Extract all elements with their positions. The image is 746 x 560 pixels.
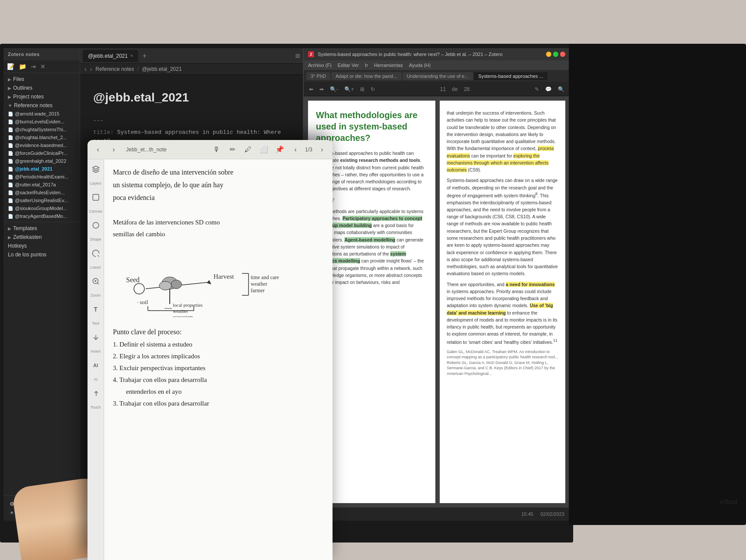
tablet-insert-icon[interactable] bbox=[90, 332, 102, 343]
sidebar-item-templates[interactable]: ▶ Templates bbox=[4, 224, 80, 233]
breadcrumb-sep: / bbox=[137, 66, 139, 72]
second-monitor: nTrust bbox=[569, 44, 746, 525]
menu-ir[interactable]: Ir bbox=[365, 63, 368, 68]
sidebar-item-sacket[interactable]: 📄 @sacketRulesEviden... bbox=[4, 189, 80, 196]
tab-close-button[interactable]: × bbox=[130, 53, 133, 58]
sidebar-item-greenhalgh[interactable]: 📄 @greenhalgh.etal_2022 bbox=[4, 157, 80, 165]
tablet-prev-page[interactable]: ‹ bbox=[289, 144, 301, 156]
close-button[interactable] bbox=[560, 52, 565, 57]
pdf-tab-adapt[interactable]: Adapt or die: how the pand... bbox=[331, 72, 402, 80]
pdf-date: 02/02/2023 bbox=[540, 511, 564, 517]
sidebar-item-zettlekasten[interactable]: ▶ Zettlekasten bbox=[4, 233, 80, 242]
tablet-zoom-icon[interactable] bbox=[90, 276, 102, 287]
sidebar-item-project-notes[interactable]: ▶ Project notes bbox=[4, 92, 80, 101]
split-view-icon[interactable]: ⊞ bbox=[295, 52, 300, 59]
sidebar-item-periodic[interactable]: 📄 @PeriodicHealthExami... bbox=[4, 173, 80, 181]
sidebar-item-outlines[interactable]: ▶ Outlines bbox=[4, 84, 80, 92]
back-button[interactable]: ‹ bbox=[84, 66, 87, 73]
sidebar-item-hotkeys[interactable]: Hotkeys bbox=[4, 242, 80, 250]
menu-editar[interactable]: Editar Ver bbox=[338, 63, 359, 68]
menu-ayuda[interactable]: Ayuda (H) bbox=[409, 63, 431, 68]
sidebar: Zotero notes 📝 📁 ⇥ ✕ ▶ Files ▶ Outlines bbox=[4, 48, 80, 521]
hw-line2: un sistema complejo, de lo que aún hay bbox=[113, 179, 324, 192]
sidebar-item-chughtai2[interactable]: 📄 @chughtai.blanchet_2... bbox=[4, 133, 80, 141]
sidebar-item-evidence[interactable]: 📄 @evidence-basedmed... bbox=[4, 141, 80, 149]
hw-line3: poca evidencia bbox=[113, 192, 324, 204]
zoom-label: Zoom bbox=[91, 293, 101, 298]
folder-icon[interactable]: 📁 bbox=[19, 63, 26, 70]
svg-marker-11 bbox=[207, 280, 211, 284]
tablet-layers-icon[interactable] bbox=[90, 164, 102, 175]
add-tab-button[interactable]: + bbox=[140, 52, 149, 60]
hw-punto-clave: Punto clave del proceso: bbox=[113, 326, 324, 339]
sidebar-title: Zotero notes bbox=[8, 52, 40, 57]
shape-label: Shape bbox=[90, 237, 101, 242]
sidebar-item-arnold[interactable]: 📄 @arnold.wade_2015 bbox=[4, 110, 80, 118]
pdf-references: Galen GL, McDonald AC, Treahan WPM. An i… bbox=[447, 349, 558, 377]
sidebar-header: Zotero notes bbox=[4, 48, 80, 60]
tablet-next-page[interactable]: › bbox=[316, 144, 328, 156]
pdf-forward-btn[interactable]: ➡ bbox=[318, 85, 326, 93]
hw-line5: semillas del cambio bbox=[113, 228, 324, 240]
zotero-icon: Z bbox=[308, 51, 314, 57]
sidebar-item-reference-notes[interactable]: ▼ Reference notes bbox=[4, 101, 80, 110]
pdf-annotate-tool[interactable]: 💬 bbox=[543, 85, 553, 93]
tablet-pen2-icon[interactable]: 🖊 bbox=[242, 144, 254, 156]
tablet-lasso-icon[interactable] bbox=[90, 248, 102, 259]
pdf-zoom-out[interactable]: 🔍- bbox=[328, 85, 340, 93]
sidebar-item-salter[interactable]: 📄 @salterUsingRealistEv... bbox=[4, 196, 80, 204]
sidebar-item-files[interactable]: ▶ Files bbox=[4, 75, 80, 84]
pdf-window-title: Systems-based approaches in public healt… bbox=[318, 52, 543, 57]
collapse-icon[interactable]: ✕ bbox=[40, 63, 46, 70]
pdf-fit[interactable]: ⊞ bbox=[358, 85, 366, 93]
tablet-mic-icon[interactable]: 🎙 bbox=[210, 144, 223, 156]
menu-archivo[interactable]: Archivo (F) bbox=[308, 63, 332, 68]
pdf-titlebar: Z Systems-based approaches in public hea… bbox=[304, 48, 570, 60]
pdf-time: 15:45 bbox=[521, 511, 533, 517]
sidebar-item-lo-puntos[interactable]: Lo de los puntos bbox=[4, 250, 80, 259]
tab-jebb[interactable]: @jebb.etal_2021 × bbox=[83, 50, 138, 62]
tab-label: @jebb.etal_2021 bbox=[88, 53, 128, 59]
pdf-zoom-in[interactable]: 🔍+ bbox=[343, 85, 356, 93]
tablet-pen-icon[interactable]: ✏ bbox=[226, 144, 238, 156]
sidebar-item-force[interactable]: 📄 @forceGuideClinicalPr... bbox=[4, 149, 80, 157]
tablet-shape-icon[interactable] bbox=[90, 220, 102, 231]
tablet-canvas-icon[interactable] bbox=[90, 192, 102, 203]
sidebar-item-siokou[interactable]: 📄 @sioukouGroupModel... bbox=[4, 204, 80, 212]
pdf-tab-3phd[interactable]: 3° PhD bbox=[306, 72, 330, 80]
new-note-icon[interactable]: 📝 bbox=[7, 63, 14, 70]
indent-icon[interactable]: ⇥ bbox=[31, 63, 36, 70]
tablet-eraser-icon[interactable]: ⬜ bbox=[258, 144, 270, 156]
pdf-tab-systems[interactable]: Systems-based approaches ... bbox=[474, 72, 548, 80]
pdf-right-para2: Systems-based approaches can draw on a w… bbox=[447, 177, 558, 277]
sidebar-item-burns[interactable]: 📄 @burnsLevelsEviden... bbox=[4, 118, 80, 126]
pdf-annotation-leed: LEED? bbox=[316, 196, 427, 205]
tablet-touch-icon[interactable] bbox=[90, 388, 102, 399]
sun-icon: ☀ bbox=[10, 510, 14, 516]
pdf-back-btn[interactable]: ⬅ bbox=[307, 85, 315, 93]
menu-herramientas[interactable]: Herramientas bbox=[374, 63, 403, 68]
tablet-text-icon[interactable]: T bbox=[90, 304, 102, 315]
sidebar-item-jebb[interactable]: 📄 @jebb.etal_2021 bbox=[4, 165, 80, 173]
minimize-button[interactable] bbox=[546, 52, 551, 57]
tablet-marker-icon[interactable]: 📌 bbox=[273, 144, 286, 156]
breadcrumb: Reference notes / @jebb.etal_2021 bbox=[95, 66, 182, 72]
svg-marker-0 bbox=[92, 166, 99, 170]
tablet-ai-icon[interactable]: AI bbox=[90, 360, 102, 371]
sidebar-icon-row: 📝 📁 ⇥ ✕ bbox=[4, 60, 80, 73]
forward-button[interactable]: › bbox=[90, 66, 92, 73]
maximize-button[interactable] bbox=[553, 52, 558, 57]
pdf-rotate[interactable]: ↻ bbox=[369, 85, 377, 93]
pdf-viewer: What methodologies are used in system-ba… bbox=[304, 96, 570, 508]
tablet-back-button[interactable]: ‹ bbox=[92, 144, 104, 156]
pdf-search-tool[interactable]: 🔍 bbox=[556, 85, 566, 93]
tablet-filename: Jebb_et...th_note bbox=[126, 147, 167, 153]
tablet-forward-button[interactable]: › bbox=[108, 144, 120, 156]
pdf-tab-understanding[interactable]: Understanding the use of e... bbox=[403, 72, 473, 80]
svg-point-21 bbox=[159, 281, 172, 290]
sidebar-item-tracy[interactable]: 📄 @tracyAgentBasedMo... bbox=[4, 212, 80, 220]
sidebar-item-rutter[interactable]: 📄 @rutter.etal_2017a bbox=[4, 181, 80, 189]
pdf-highlight-tool[interactable]: ✎ bbox=[533, 85, 541, 93]
sidebar-item-chughtai1[interactable]: 📄 @chughtaiSystemsThi... bbox=[4, 126, 80, 133]
pdf-page-total: 28 bbox=[462, 85, 471, 93]
